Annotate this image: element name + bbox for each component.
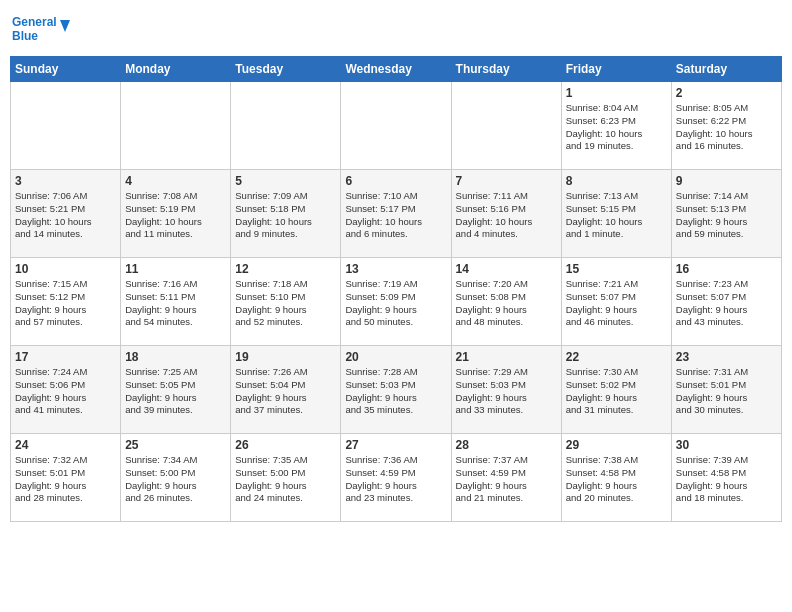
day-number: 8: [566, 174, 667, 188]
day-info: Sunrise: 7:06 AM Sunset: 5:21 PM Dayligh…: [15, 190, 116, 241]
calendar-day-cell: 7Sunrise: 7:11 AM Sunset: 5:16 PM Daylig…: [451, 170, 561, 258]
calendar-day-cell: [121, 82, 231, 170]
day-info: Sunrise: 7:18 AM Sunset: 5:10 PM Dayligh…: [235, 278, 336, 329]
day-number: 29: [566, 438, 667, 452]
calendar-day-cell: 11Sunrise: 7:16 AM Sunset: 5:11 PM Dayli…: [121, 258, 231, 346]
day-info: Sunrise: 7:15 AM Sunset: 5:12 PM Dayligh…: [15, 278, 116, 329]
calendar-day-cell: 14Sunrise: 7:20 AM Sunset: 5:08 PM Dayli…: [451, 258, 561, 346]
day-number: 28: [456, 438, 557, 452]
calendar-day-cell: 5Sunrise: 7:09 AM Sunset: 5:18 PM Daylig…: [231, 170, 341, 258]
day-number: 27: [345, 438, 446, 452]
day-info: Sunrise: 7:28 AM Sunset: 5:03 PM Dayligh…: [345, 366, 446, 417]
day-number: 22: [566, 350, 667, 364]
calendar-day-cell: 3Sunrise: 7:06 AM Sunset: 5:21 PM Daylig…: [11, 170, 121, 258]
calendar-day-cell: 28Sunrise: 7:37 AM Sunset: 4:59 PM Dayli…: [451, 434, 561, 522]
day-info: Sunrise: 7:32 AM Sunset: 5:01 PM Dayligh…: [15, 454, 116, 505]
day-info: Sunrise: 7:13 AM Sunset: 5:15 PM Dayligh…: [566, 190, 667, 241]
day-number: 16: [676, 262, 777, 276]
day-info: Sunrise: 7:14 AM Sunset: 5:13 PM Dayligh…: [676, 190, 777, 241]
calendar-week-row: 3Sunrise: 7:06 AM Sunset: 5:21 PM Daylig…: [11, 170, 782, 258]
calendar-day-cell: [451, 82, 561, 170]
logo-svg: General Blue: [10, 10, 70, 50]
calendar-day-cell: 17Sunrise: 7:24 AM Sunset: 5:06 PM Dayli…: [11, 346, 121, 434]
calendar-day-cell: 9Sunrise: 7:14 AM Sunset: 5:13 PM Daylig…: [671, 170, 781, 258]
weekday-header: Tuesday: [231, 57, 341, 82]
day-info: Sunrise: 7:29 AM Sunset: 5:03 PM Dayligh…: [456, 366, 557, 417]
calendar-day-cell: 10Sunrise: 7:15 AM Sunset: 5:12 PM Dayli…: [11, 258, 121, 346]
calendar-day-cell: 23Sunrise: 7:31 AM Sunset: 5:01 PM Dayli…: [671, 346, 781, 434]
calendar-day-cell: 29Sunrise: 7:38 AM Sunset: 4:58 PM Dayli…: [561, 434, 671, 522]
day-number: 6: [345, 174, 446, 188]
day-info: Sunrise: 7:19 AM Sunset: 5:09 PM Dayligh…: [345, 278, 446, 329]
day-info: Sunrise: 7:34 AM Sunset: 5:00 PM Dayligh…: [125, 454, 226, 505]
calendar-day-cell: 8Sunrise: 7:13 AM Sunset: 5:15 PM Daylig…: [561, 170, 671, 258]
day-number: 12: [235, 262, 336, 276]
day-info: Sunrise: 7:31 AM Sunset: 5:01 PM Dayligh…: [676, 366, 777, 417]
day-number: 10: [15, 262, 116, 276]
day-number: 9: [676, 174, 777, 188]
day-number: 13: [345, 262, 446, 276]
day-number: 3: [15, 174, 116, 188]
calendar-day-cell: 27Sunrise: 7:36 AM Sunset: 4:59 PM Dayli…: [341, 434, 451, 522]
calendar-table: SundayMondayTuesdayWednesdayThursdayFrid…: [10, 56, 782, 522]
calendar-day-cell: [231, 82, 341, 170]
day-number: 11: [125, 262, 226, 276]
day-info: Sunrise: 7:10 AM Sunset: 5:17 PM Dayligh…: [345, 190, 446, 241]
day-info: Sunrise: 7:23 AM Sunset: 5:07 PM Dayligh…: [676, 278, 777, 329]
day-number: 7: [456, 174, 557, 188]
calendar-header-row: SundayMondayTuesdayWednesdayThursdayFrid…: [11, 57, 782, 82]
weekday-header: Monday: [121, 57, 231, 82]
weekday-header: Sunday: [11, 57, 121, 82]
day-number: 18: [125, 350, 226, 364]
svg-text:Blue: Blue: [12, 29, 38, 43]
day-number: 2: [676, 86, 777, 100]
calendar-day-cell: 19Sunrise: 7:26 AM Sunset: 5:04 PM Dayli…: [231, 346, 341, 434]
day-info: Sunrise: 7:36 AM Sunset: 4:59 PM Dayligh…: [345, 454, 446, 505]
day-info: Sunrise: 7:09 AM Sunset: 5:18 PM Dayligh…: [235, 190, 336, 241]
day-info: Sunrise: 8:05 AM Sunset: 6:22 PM Dayligh…: [676, 102, 777, 153]
calendar-week-row: 1Sunrise: 8:04 AM Sunset: 6:23 PM Daylig…: [11, 82, 782, 170]
page-header: General Blue: [10, 10, 782, 50]
calendar-week-row: 24Sunrise: 7:32 AM Sunset: 5:01 PM Dayli…: [11, 434, 782, 522]
day-info: Sunrise: 7:38 AM Sunset: 4:58 PM Dayligh…: [566, 454, 667, 505]
day-number: 26: [235, 438, 336, 452]
day-info: Sunrise: 7:35 AM Sunset: 5:00 PM Dayligh…: [235, 454, 336, 505]
calendar-day-cell: 30Sunrise: 7:39 AM Sunset: 4:58 PM Dayli…: [671, 434, 781, 522]
day-number: 5: [235, 174, 336, 188]
day-number: 15: [566, 262, 667, 276]
calendar-day-cell: 1Sunrise: 8:04 AM Sunset: 6:23 PM Daylig…: [561, 82, 671, 170]
day-number: 24: [15, 438, 116, 452]
day-info: Sunrise: 7:39 AM Sunset: 4:58 PM Dayligh…: [676, 454, 777, 505]
calendar-day-cell: 22Sunrise: 7:30 AM Sunset: 5:02 PM Dayli…: [561, 346, 671, 434]
calendar-day-cell: 21Sunrise: 7:29 AM Sunset: 5:03 PM Dayli…: [451, 346, 561, 434]
day-number: 23: [676, 350, 777, 364]
day-number: 1: [566, 86, 667, 100]
calendar-day-cell: 25Sunrise: 7:34 AM Sunset: 5:00 PM Dayli…: [121, 434, 231, 522]
day-info: Sunrise: 7:25 AM Sunset: 5:05 PM Dayligh…: [125, 366, 226, 417]
day-number: 19: [235, 350, 336, 364]
day-info: Sunrise: 8:04 AM Sunset: 6:23 PM Dayligh…: [566, 102, 667, 153]
day-info: Sunrise: 7:08 AM Sunset: 5:19 PM Dayligh…: [125, 190, 226, 241]
calendar-day-cell: 13Sunrise: 7:19 AM Sunset: 5:09 PM Dayli…: [341, 258, 451, 346]
day-info: Sunrise: 7:30 AM Sunset: 5:02 PM Dayligh…: [566, 366, 667, 417]
day-info: Sunrise: 7:11 AM Sunset: 5:16 PM Dayligh…: [456, 190, 557, 241]
day-number: 4: [125, 174, 226, 188]
calendar-day-cell: 12Sunrise: 7:18 AM Sunset: 5:10 PM Dayli…: [231, 258, 341, 346]
calendar-day-cell: [11, 82, 121, 170]
calendar-day-cell: 18Sunrise: 7:25 AM Sunset: 5:05 PM Dayli…: [121, 346, 231, 434]
day-info: Sunrise: 7:24 AM Sunset: 5:06 PM Dayligh…: [15, 366, 116, 417]
calendar-day-cell: 20Sunrise: 7:28 AM Sunset: 5:03 PM Dayli…: [341, 346, 451, 434]
logo: General Blue: [10, 10, 70, 50]
weekday-header: Saturday: [671, 57, 781, 82]
day-info: Sunrise: 7:37 AM Sunset: 4:59 PM Dayligh…: [456, 454, 557, 505]
calendar-day-cell: [341, 82, 451, 170]
calendar-day-cell: 24Sunrise: 7:32 AM Sunset: 5:01 PM Dayli…: [11, 434, 121, 522]
day-number: 20: [345, 350, 446, 364]
calendar-week-row: 10Sunrise: 7:15 AM Sunset: 5:12 PM Dayli…: [11, 258, 782, 346]
day-info: Sunrise: 7:21 AM Sunset: 5:07 PM Dayligh…: [566, 278, 667, 329]
svg-text:General: General: [12, 15, 57, 29]
calendar-day-cell: 26Sunrise: 7:35 AM Sunset: 5:00 PM Dayli…: [231, 434, 341, 522]
weekday-header: Thursday: [451, 57, 561, 82]
calendar-day-cell: 16Sunrise: 7:23 AM Sunset: 5:07 PM Dayli…: [671, 258, 781, 346]
day-info: Sunrise: 7:20 AM Sunset: 5:08 PM Dayligh…: [456, 278, 557, 329]
